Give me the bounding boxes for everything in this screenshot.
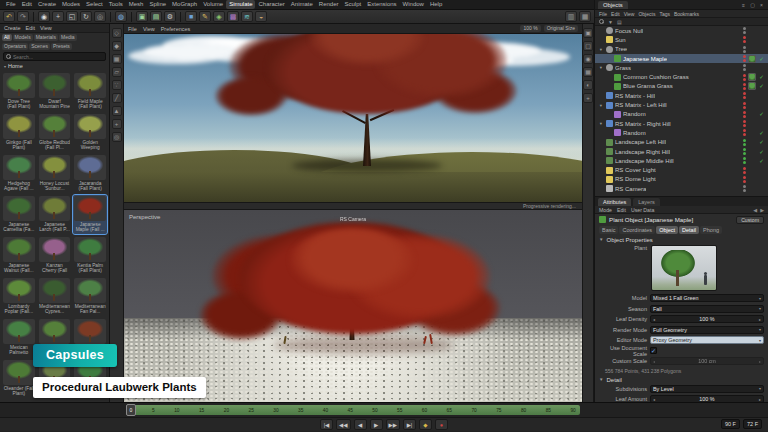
asset-item-lombardy-poplar-fall[interactable]: Lombardy Poplar (Fall...	[2, 277, 36, 316]
lock-icon[interactable]: ▢	[583, 41, 593, 51]
tab-objects[interactable]: Objects	[598, 1, 628, 9]
workplane-mode-icon[interactable]: ▱	[112, 67, 122, 77]
asset-item-kanzan-cherry-fall-pl[interactable]: Kanzan Cherry (Fall Pl...	[38, 236, 72, 275]
breadcrumb[interactable]: ▾ Home	[0, 62, 109, 70]
plant-material-tag[interactable]	[748, 73, 756, 81]
custom-button[interactable]: Custom	[736, 216, 764, 224]
object-focus-null[interactable]: Focus Null	[595, 26, 768, 35]
layout-quad-icon[interactable]: ▦	[579, 11, 591, 22]
field-custom-scale[interactable]: ◂100 cm▸	[650, 357, 764, 365]
transport-goto-start[interactable]: |◀	[320, 419, 333, 430]
filter-media[interactable]: Media	[59, 34, 77, 41]
expand-arrow-icon[interactable]: ▾	[598, 103, 604, 108]
rotate-icon[interactable]: ↻	[80, 11, 92, 22]
last-tool-icon[interactable]: ◎	[94, 11, 106, 22]
attr-tab-object[interactable]: Object	[656, 226, 678, 234]
visibility-dots[interactable]	[743, 185, 746, 192]
polygons-mode-icon[interactable]: ▲	[112, 106, 122, 116]
object-japanese-maple[interactable]: Japanese Maple ✓	[595, 54, 768, 63]
om-menu-file[interactable]: File	[599, 11, 607, 17]
menu-file[interactable]: File	[3, 0, 19, 9]
grid-icon[interactable]: ▦	[583, 67, 593, 77]
timeline-field[interactable]: 90 F	[721, 419, 740, 429]
attr-tab-basic[interactable]: Basic	[599, 226, 618, 234]
pv-menu-preferences[interactable]: Preferences	[161, 26, 191, 32]
filter-models[interactable]: Models	[13, 34, 33, 41]
attr-menu-mode[interactable]: Mode	[599, 207, 612, 213]
object-rs-cover-light[interactable]: RS Cover Light	[595, 165, 768, 174]
plant-preview-thumbnail[interactable]	[651, 245, 717, 291]
enabled-check-icon[interactable]: ✓	[758, 139, 765, 145]
pen-icon[interactable]: ✎	[199, 11, 211, 22]
asset-item-japanese-larch-fall-p[interactable]: Japanese Larch (Fall P...	[38, 195, 72, 234]
transport-prev-frame[interactable]: ◀	[354, 419, 367, 430]
visibility-dots[interactable]	[743, 55, 746, 62]
asset-item-dwarf-mountain-pine-f[interactable]: Dwarf Mountain Pine (F...	[38, 72, 72, 111]
asset-menu-edit[interactable]: Edit	[26, 25, 35, 31]
magnet-icon[interactable]: ◐	[583, 80, 593, 90]
menu-simulate[interactable]: Simulate	[226, 0, 255, 9]
path-icon[interactable]: ▤	[617, 19, 622, 25]
menu-tools[interactable]: Tools	[106, 0, 126, 9]
playhead[interactable]: 0	[126, 404, 136, 416]
object-landscape-middle-hill[interactable]: Landscape Middle Hill ✓	[595, 156, 768, 165]
menu-character[interactable]: Character	[255, 0, 287, 9]
object-common-cushion-grass[interactable]: Common Cushion Grass ✓	[595, 72, 768, 81]
visibility-dots[interactable]	[743, 157, 746, 164]
object-rs-camera[interactable]: RS Camera	[595, 184, 768, 193]
make-editable-icon[interactable]: ◇	[112, 28, 122, 38]
asset-item-mexican-palmetto-fal[interactable]: Mexican Palmetto (Fal...	[2, 318, 36, 357]
dropdown-editor-mode[interactable]: Proxy Geometry▾	[650, 336, 764, 344]
render-picture-viewer-icon[interactable]: ▤	[150, 11, 162, 22]
panel-icon-2[interactable]: ×	[758, 2, 765, 8]
filter-operators[interactable]: Operators	[2, 43, 28, 50]
filter-materials[interactable]: Materials	[34, 34, 58, 41]
timeline-ruler[interactable]: 051015202530354045505560657075808590	[126, 405, 580, 415]
enabled-check-icon[interactable]: ✓	[758, 130, 765, 136]
visibility-dots[interactable]	[743, 111, 746, 118]
render-view-icon[interactable]: ▣	[136, 11, 148, 22]
menu-help[interactable]: Help	[427, 0, 445, 9]
pv-menu-file[interactable]: File	[128, 26, 137, 32]
layout-single-icon[interactable]: ▥	[565, 11, 577, 22]
enabled-check-icon[interactable]: ✓	[758, 158, 765, 164]
field-leaf-amount[interactable]: ◂100 %▸	[650, 395, 764, 402]
expand-arrow-icon[interactable]: ▾	[598, 121, 604, 126]
menu-modes[interactable]: Modes	[59, 0, 83, 9]
asset-item-mediterranean-cypres[interactable]: Mediterranean Cypres...	[38, 277, 72, 316]
attr-tab-phong[interactable]: Phong	[700, 226, 722, 234]
attr-tab-coordinates[interactable]: Coordinates	[619, 226, 655, 234]
volume-icon[interactable]: ▩	[227, 11, 239, 22]
mograph-icon[interactable]: ◈	[213, 11, 225, 22]
points-mode-icon[interactable]: ∵	[112, 80, 122, 90]
viewport-label[interactable]: Perspective	[129, 214, 160, 220]
expand-arrow-icon[interactable]: ▾	[598, 65, 604, 70]
coordinate-system-icon[interactable]: ◍	[115, 11, 127, 22]
asset-item-japanese-maple-fall[interactable]: Japanese Maple (Fall ...	[73, 195, 107, 234]
redo-icon[interactable]: ↷	[17, 11, 29, 22]
visibility-dots[interactable]	[743, 36, 746, 43]
cube-icon[interactable]: ■	[185, 11, 197, 22]
visibility-dots[interactable]	[743, 27, 746, 34]
plant-material-tag[interactable]	[748, 55, 756, 63]
axis-icon[interactable]: +	[583, 93, 593, 103]
expand-arrow-icon[interactable]: ▾	[598, 47, 604, 52]
visibility-dots[interactable]	[743, 148, 746, 155]
transport-autokey[interactable]: ●	[435, 419, 448, 430]
panel-icon-0[interactable]: ≡	[740, 2, 747, 8]
plant-material-tag[interactable]	[748, 82, 756, 90]
object-rs-matrix-hill[interactable]: RS Matrix - Hill	[595, 91, 768, 100]
zoom-level[interactable]: 100 %	[520, 25, 540, 32]
asset-item-japanese-walnut-fall[interactable]: Japanese Walnut (Fall...	[2, 236, 36, 275]
transport-next-frame[interactable]: ▶▶	[386, 419, 400, 430]
transport-record-key[interactable]: ◆	[419, 419, 432, 430]
asset-item-kentia-palm-fall-plant[interactable]: Kentia Palm (Fall Plant)	[73, 236, 107, 275]
menu-spline[interactable]: Spline	[146, 0, 169, 9]
visibility-dots[interactable]	[743, 92, 746, 99]
attr-menu-edit[interactable]: Edit	[617, 207, 626, 213]
timeline-field[interactable]: 72 F	[743, 419, 762, 429]
search-icon[interactable]	[599, 19, 604, 24]
enable-axis-icon[interactable]: +	[112, 119, 122, 129]
visibility-dots[interactable]	[743, 120, 746, 127]
fit-mode-dropdown[interactable]: Original Size	[544, 25, 578, 32]
